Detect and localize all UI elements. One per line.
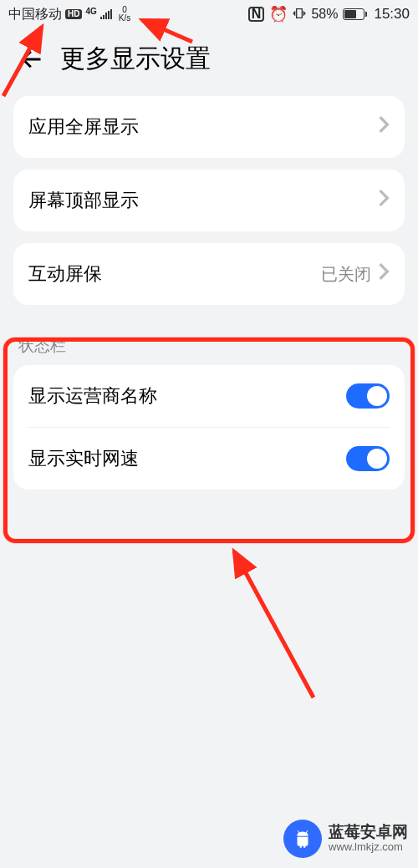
- row-screensaver-label: 互动屏保: [28, 261, 102, 287]
- page-title: 更多显示设置: [60, 42, 211, 76]
- watermark-url: www.lmkjz.com: [329, 841, 408, 853]
- battery-icon: [343, 8, 367, 20]
- carrier-name: 中国移动: [8, 6, 62, 23]
- toggle-knob: [367, 386, 387, 406]
- section-statusbar-card: 显示运营商名称 显示实时网速: [13, 365, 405, 490]
- row-show-netspeed[interactable]: 显示实时网速: [13, 428, 405, 490]
- clock: 15:30: [374, 6, 410, 23]
- battery-percent: 58%: [311, 7, 338, 22]
- row-fullscreen-card: 应用全屏显示: [13, 96, 405, 158]
- chevron-right-icon: [378, 262, 390, 286]
- watermark-title: 蓝莓安卓网: [329, 824, 408, 841]
- row-show-carrier-label: 显示运营商名称: [28, 383, 157, 409]
- watermark-android-icon: [283, 820, 322, 858]
- status-bar-left: 中国移动 HD 4G 0 K/s: [8, 6, 130, 23]
- row-fullscreen-label: 应用全屏显示: [28, 114, 139, 140]
- vibrate-icon: [293, 7, 306, 23]
- status-bar: 中国移动 HD 4G 0 K/s N ⏰ 58% 15:30: [0, 0, 418, 28]
- net-speed-unit: K/s: [119, 14, 130, 23]
- row-screensaver[interactable]: 互动屏保 已关闭: [13, 243, 405, 305]
- row-fullscreen[interactable]: 应用全屏显示: [13, 96, 405, 158]
- row-top-display-card: 屏幕顶部显示: [13, 170, 405, 231]
- chevron-right-icon: [378, 115, 390, 139]
- watermark-text: 蓝莓安卓网 www.lmkjz.com: [329, 824, 408, 853]
- toggle-show-netspeed[interactable]: [346, 446, 390, 471]
- back-button[interactable]: [18, 46, 45, 73]
- svg-line-2: [234, 551, 314, 698]
- row-show-netspeed-label: 显示实时网速: [28, 446, 139, 471]
- row-top-display-label: 屏幕顶部显示: [28, 188, 139, 213]
- network-gen-label: 4G: [85, 8, 96, 16]
- watermark: 蓝莓安卓网 www.lmkjz.com: [283, 820, 408, 858]
- alarm-icon: ⏰: [269, 5, 288, 23]
- hd-badge: HD: [65, 9, 82, 19]
- section-statusbar-title: 状态栏: [13, 317, 405, 365]
- status-bar-right: N ⏰ 58% 15:30: [248, 5, 410, 23]
- row-show-carrier[interactable]: 显示运营商名称: [13, 365, 405, 427]
- page-header: 更多显示设置: [0, 28, 418, 96]
- row-screensaver-card: 互动屏保 已关闭: [13, 243, 405, 305]
- back-arrow-icon: [20, 48, 43, 71]
- row-screensaver-value: 已关闭: [321, 263, 371, 286]
- toggle-knob: [367, 449, 387, 469]
- signal-icon: [100, 9, 112, 19]
- settings-content: 应用全屏显示 屏幕顶部显示 互动屏保 已关闭 状态栏 显示运营商名称: [0, 96, 418, 490]
- chevron-right-icon: [378, 189, 390, 212]
- nfc-icon: N: [248, 7, 265, 22]
- net-speed-indicator: 0 K/s: [119, 6, 130, 23]
- toggle-show-carrier[interactable]: [346, 383, 390, 409]
- row-top-display[interactable]: 屏幕顶部显示: [13, 170, 405, 231]
